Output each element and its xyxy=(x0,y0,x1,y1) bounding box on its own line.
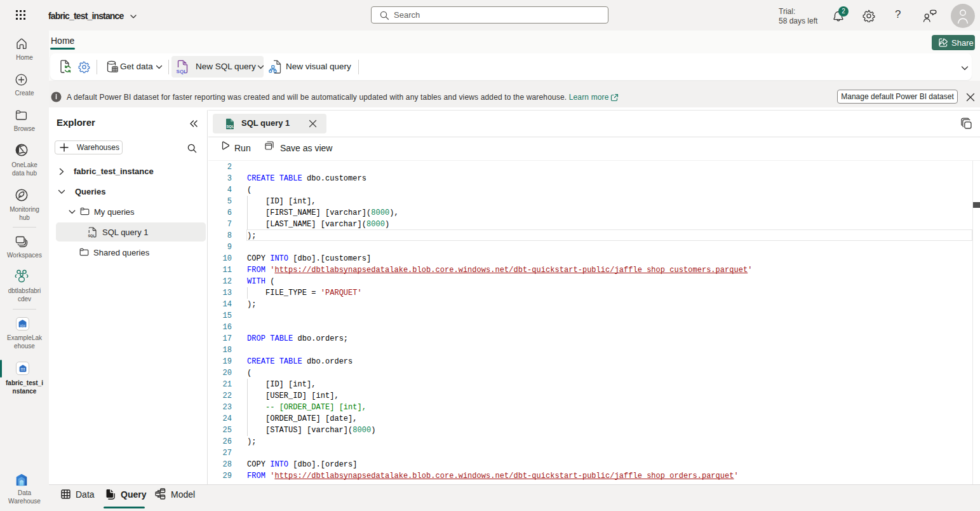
svg-text:SQL: SQL xyxy=(88,234,95,238)
svg-text:SQL: SQL xyxy=(227,125,234,128)
svg-text:SQL: SQL xyxy=(177,69,187,74)
